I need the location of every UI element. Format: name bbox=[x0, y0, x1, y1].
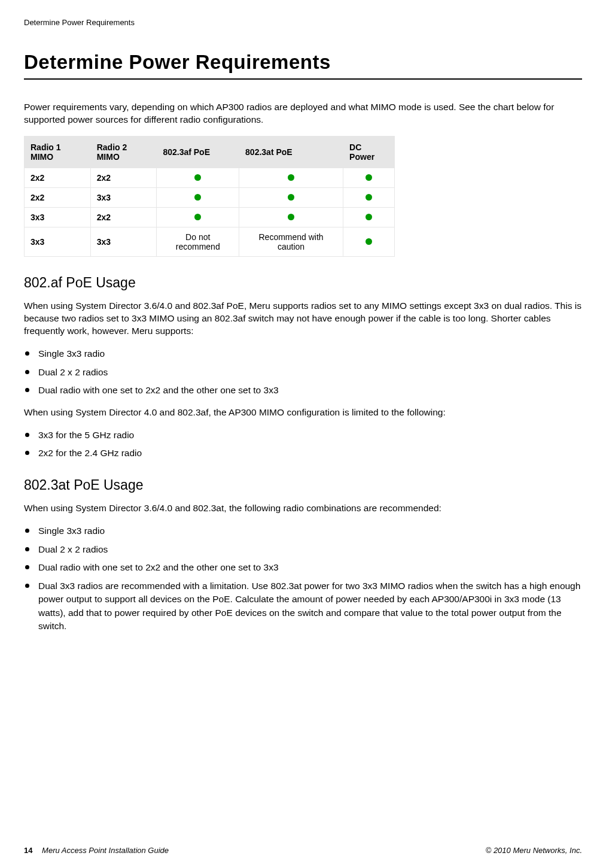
af-list-2: 3x3 for the 5 GHz radio2x2 for the 2.4 G… bbox=[24, 429, 582, 460]
supported-dot-icon bbox=[194, 174, 201, 181]
col-radio2: Radio 2 MIMO bbox=[90, 136, 157, 168]
cell-at bbox=[239, 207, 343, 227]
list-item: Dual radio with one set to 2x2 and the o… bbox=[24, 384, 582, 397]
af-paragraph-2: When using System Director 4.0 and 802.3… bbox=[24, 406, 582, 419]
supported-dot-icon bbox=[366, 214, 372, 220]
table-row: 2x23x3 bbox=[25, 187, 395, 207]
col-at: 802.3at PoE bbox=[239, 136, 343, 168]
supported-dot-icon bbox=[288, 214, 294, 220]
list-item: Dual 2 x 2 radios bbox=[24, 543, 582, 556]
running-header: Determine Power Requirements bbox=[24, 18, 582, 27]
af-paragraph-1: When using System Director 3.6/4.0 and 8… bbox=[24, 300, 582, 338]
cell-radio2: 2x2 bbox=[90, 168, 157, 187]
supported-dot-icon bbox=[366, 194, 372, 201]
table-row: 2x22x2 bbox=[25, 168, 395, 187]
page-footer: 14 Meru Access Point Installation Guide … bbox=[24, 846, 582, 855]
col-af: 802.3af PoE bbox=[157, 136, 239, 168]
supported-dot-icon bbox=[194, 214, 201, 220]
cell-dc bbox=[343, 227, 395, 256]
cell-radio1: 2x2 bbox=[25, 187, 91, 207]
cell-af bbox=[157, 187, 239, 207]
table-header-row: Radio 1 MIMO Radio 2 MIMO 802.3af PoE 80… bbox=[25, 136, 395, 168]
footer-doc: Meru Access Point Installation Guide bbox=[42, 846, 169, 855]
section-af-title: 802.af PoE Usage bbox=[24, 275, 582, 291]
cell-dc bbox=[343, 168, 395, 187]
list-item: Dual 3x3 radios are recommended with a l… bbox=[24, 579, 582, 633]
cell-af bbox=[157, 168, 239, 187]
footer-pagenum: 14 bbox=[24, 846, 32, 855]
supported-dot-icon bbox=[194, 194, 201, 201]
power-table: Radio 1 MIMO Radio 2 MIMO 802.3af PoE 80… bbox=[24, 136, 395, 257]
list-item: Dual 2 x 2 radios bbox=[24, 366, 582, 379]
list-item: 2x2 for the 2.4 GHz radio bbox=[24, 447, 582, 460]
cell-at bbox=[239, 168, 343, 187]
table-row: 3x32x2 bbox=[25, 207, 395, 227]
intro-paragraph: Power requirements vary, depending on wh… bbox=[24, 101, 582, 126]
col-dc: DC Power bbox=[343, 136, 395, 168]
cell-radio2: 2x2 bbox=[90, 207, 157, 227]
cell-radio2: 3x3 bbox=[90, 187, 157, 207]
list-item: Dual radio with one set to 2x2 and the o… bbox=[24, 561, 582, 574]
section-at-title: 802.3at PoE Usage bbox=[24, 477, 582, 493]
cell-af bbox=[157, 207, 239, 227]
table-body: 2x22x22x23x33x32x23x33x3Do not recommend… bbox=[25, 168, 395, 256]
supported-dot-icon bbox=[288, 174, 294, 181]
cell-dc bbox=[343, 187, 395, 207]
supported-dot-icon bbox=[366, 174, 372, 181]
footer-left: 14 Meru Access Point Installation Guide bbox=[24, 846, 169, 855]
cell-at bbox=[239, 187, 343, 207]
cell-radio1: 3x3 bbox=[25, 207, 91, 227]
cell-dc bbox=[343, 207, 395, 227]
title-rule bbox=[24, 78, 582, 80]
cell-af: Do not recommend bbox=[157, 227, 239, 256]
footer-copyright: © 2010 Meru Networks, Inc. bbox=[486, 846, 582, 855]
cell-radio1: 2x2 bbox=[25, 168, 91, 187]
supported-dot-icon bbox=[366, 238, 372, 245]
list-item: 3x3 for the 5 GHz radio bbox=[24, 429, 582, 442]
cell-radio2: 3x3 bbox=[90, 227, 157, 256]
col-radio1: Radio 1 MIMO bbox=[25, 136, 91, 168]
list-item: Single 3x3 radio bbox=[24, 347, 582, 360]
page-title: Determine Power Requirements bbox=[24, 51, 582, 74]
supported-dot-icon bbox=[288, 194, 294, 201]
list-item: Single 3x3 radio bbox=[24, 524, 582, 538]
cell-at: Recommend with caution bbox=[239, 227, 343, 256]
at-paragraph-1: When using System Director 3.6/4.0 and 8… bbox=[24, 502, 582, 515]
af-list-1: Single 3x3 radioDual 2 x 2 radiosDual ra… bbox=[24, 347, 582, 397]
at-list-1: Single 3x3 radioDual 2 x 2 radiosDual ra… bbox=[24, 524, 582, 633]
table-row: 3x33x3Do not recommendRecommend with cau… bbox=[25, 227, 395, 256]
cell-radio1: 3x3 bbox=[25, 227, 91, 256]
